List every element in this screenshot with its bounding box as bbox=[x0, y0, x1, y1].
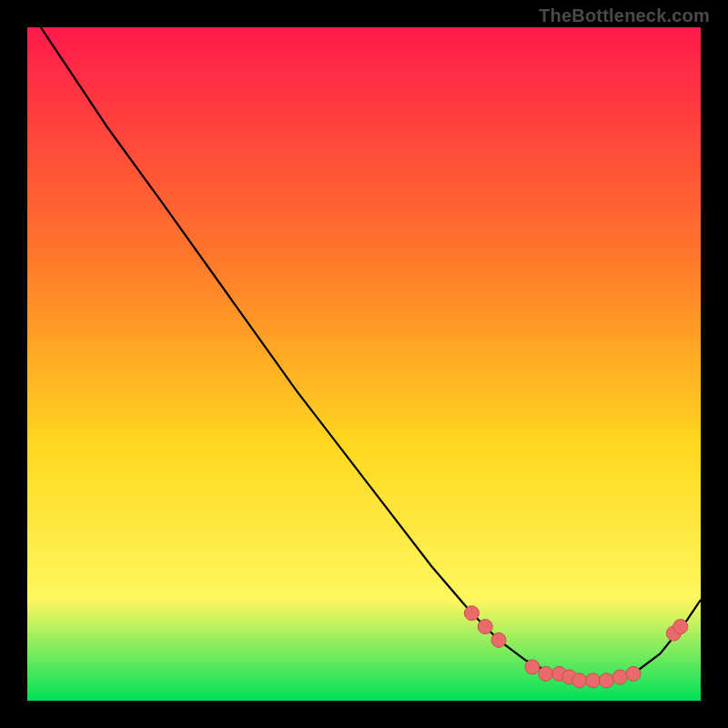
data-point-p10 bbox=[599, 673, 613, 688]
chart-svg bbox=[27, 27, 701, 701]
data-point-p3 bbox=[491, 632, 506, 647]
data-point-p14 bbox=[673, 620, 688, 634]
watermark-text: TheBottleneck.com bbox=[539, 5, 710, 26]
data-point-p2 bbox=[478, 620, 492, 634]
data-point-p8 bbox=[572, 673, 587, 688]
data-point-p11 bbox=[612, 670, 627, 684]
gradient-background bbox=[27, 27, 701, 701]
data-point-p12 bbox=[626, 666, 641, 681]
data-point-p5 bbox=[539, 666, 553, 681]
data-point-p4 bbox=[525, 660, 540, 674]
chart-frame: TheBottleneck.com bbox=[0, 0, 728, 728]
data-point-p9 bbox=[586, 673, 601, 688]
data-point-p1 bbox=[464, 606, 479, 621]
plot-area bbox=[27, 27, 701, 701]
